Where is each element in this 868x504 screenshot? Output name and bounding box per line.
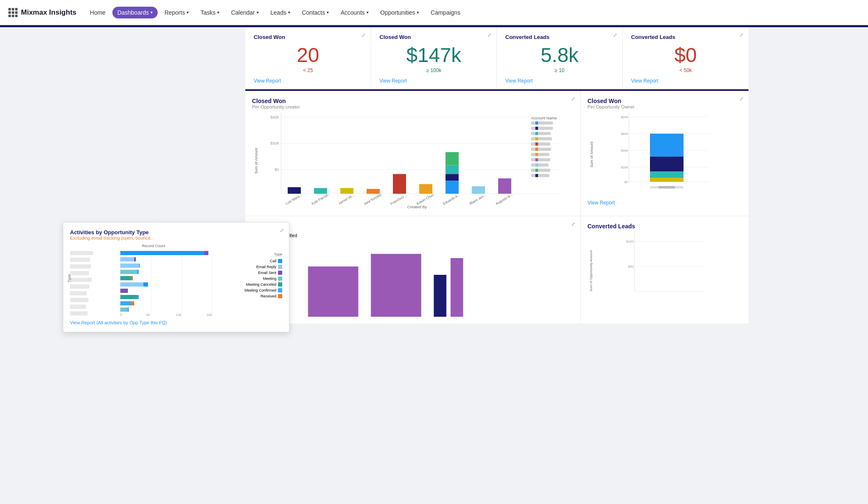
svg-rect-13 (419, 184, 432, 194)
svg-text:Eduardo A...: Eduardo A... (442, 193, 461, 206)
svg-text:0: 0 (120, 313, 122, 317)
activities-svg: 0 6k 12k 18k (96, 250, 237, 317)
expand-icon-1[interactable]: ⤢ (361, 32, 366, 38)
svg-rect-73 (451, 258, 463, 317)
svg-text:$0: $0 (275, 167, 279, 172)
email-reply-dot (278, 265, 282, 269)
meeting-confirmed-label: Meeting Confirmed (244, 288, 276, 292)
record-count-label: Record Count (70, 244, 237, 248)
svg-rect-42 (535, 148, 538, 151)
metrics-row: Closed Won ⤢ 20 < 25 View Report Closed … (245, 27, 748, 91)
nav-calendar[interactable]: Calendar ▾ (226, 7, 264, 18)
svg-text:$40k: $40k (621, 149, 629, 152)
activities-subtitle: Excluding email tracking (open, bounce.. (70, 235, 282, 240)
svg-text:$0: $0 (624, 180, 628, 184)
svg-rect-14 (445, 152, 458, 165)
metric-title-4: Converted Leads (631, 34, 740, 40)
nav-reports[interactable]: Reports ▾ (159, 7, 194, 18)
meeting-canceled-dot (278, 282, 282, 287)
svg-rect-50 (535, 169, 538, 172)
lead-status-title: Lead Status (252, 223, 574, 230)
svg-rect-17 (445, 181, 458, 194)
svg-rect-19 (498, 178, 511, 194)
expand-icon-3[interactable]: ⤢ (613, 32, 617, 38)
svg-text:$30k: $30k (270, 141, 279, 145)
svg-rect-36 (535, 132, 538, 135)
activities-overlay-card: Activities by Opportunity Type Excluding… (63, 222, 289, 332)
metric-subtext-1: < 25 (254, 67, 362, 73)
view-report-closed-won-right[interactable]: View Report (587, 200, 742, 206)
view-report-link-4[interactable]: View Report (631, 78, 658, 84)
converted-leads-chart-area: Sum of Opportunity Amount $100 $50 (587, 233, 742, 308)
svg-rect-92 (137, 270, 139, 274)
expand-icon-activities[interactable]: ⤢ (280, 227, 284, 233)
svg-rect-102 (120, 308, 128, 312)
received-label: Received (260, 294, 276, 298)
nav-accounts[interactable]: Accounts ▾ (335, 7, 374, 18)
y-label-4 (70, 271, 89, 275)
svg-rect-45 (531, 158, 550, 161)
nav-leads[interactable]: Leads ▾ (265, 7, 295, 18)
svg-rect-10 (340, 188, 353, 194)
legend-email-reply: Email Reply (240, 265, 282, 269)
view-report-link-3[interactable]: View Report (505, 78, 533, 84)
y-label-8 (70, 298, 88, 302)
expand-icon-closed-won[interactable]: ⤢ (571, 96, 575, 102)
lead-status-chart-area (252, 241, 574, 317)
svg-rect-33 (531, 127, 553, 129)
chevron-down-icon: ▾ (288, 10, 290, 15)
nav-contacts[interactable]: Contacts ▾ (297, 7, 334, 18)
bottom-row: Lead Status ⤢ New Qualified (245, 216, 748, 323)
expand-icon-4[interactable]: ⤢ (739, 32, 743, 38)
metric-value-4: $0 (631, 44, 740, 67)
metric-closed-won-count: Closed Won ⤢ 20 < 25 View Report (245, 27, 371, 89)
nav-tasks[interactable]: Tasks ▾ (195, 7, 224, 18)
metric-subtext-2: ≥ 100k (379, 67, 488, 73)
expand-icon-closed-won-right[interactable]: ⤢ (739, 96, 743, 102)
metric-converted-leads-count: Converted Leads ⤢ 5.8k ≥ 10 View Report (497, 27, 623, 89)
converted-leads-svg: $100 $50 (594, 233, 742, 308)
svg-text:$100: $100 (626, 240, 634, 243)
closed-won-owner-subtitle: Per Opportunity Owner (587, 104, 742, 109)
expand-icon-lead-status[interactable]: ⤢ (571, 221, 575, 227)
svg-rect-72 (434, 275, 447, 317)
svg-rect-90 (139, 264, 140, 268)
svg-text:$50: $50 (628, 265, 634, 269)
svg-rect-47 (531, 163, 548, 166)
svg-rect-97 (120, 289, 128, 293)
svg-rect-101 (131, 301, 134, 305)
metric-title-3: Converted Leads (505, 34, 614, 40)
svg-text:Luis Marq...: Luis Marq... (285, 193, 303, 205)
svg-text:Jarred Vit...: Jarred Vit... (338, 193, 355, 206)
nav-campaigns[interactable]: Campaigns (426, 7, 465, 18)
activities-title: Activities by Opportunity Type (70, 229, 282, 235)
svg-rect-15 (445, 165, 458, 174)
view-report-link-2[interactable]: View Report (379, 78, 407, 84)
svg-rect-98 (120, 295, 137, 299)
svg-rect-49 (531, 169, 550, 172)
email-sent-label: Email Sent (258, 271, 276, 275)
svg-rect-51 (531, 174, 549, 177)
y-axis-label: Sum of Amount (254, 148, 258, 174)
email-sent-dot (278, 271, 282, 275)
svg-rect-46 (535, 158, 538, 161)
svg-rect-16 (445, 174, 458, 181)
chevron-down-icon: ▾ (187, 10, 189, 15)
meeting-confirmed-dot (278, 288, 282, 292)
activities-legend: Type Call Email Reply Email Sent (240, 244, 282, 317)
metric-value-1: 20 (254, 44, 362, 67)
metric-title-1: Closed Won (254, 34, 362, 40)
svg-text:18k: 18k (207, 313, 213, 317)
nav-opportunities[interactable]: Opportunities ▾ (375, 7, 424, 18)
nav-home[interactable]: Home (85, 7, 110, 18)
svg-rect-12 (393, 174, 406, 194)
legend-meeting-confirmed: Meeting Confirmed (240, 288, 282, 292)
app-title: Mixmax Insights (21, 8, 76, 17)
svg-rect-35 (531, 132, 551, 135)
lead-status-svg (252, 241, 574, 317)
expand-icon-2[interactable]: ⤢ (487, 32, 491, 38)
svg-rect-89 (120, 264, 139, 268)
view-report-link-1[interactable]: View Report (254, 78, 281, 84)
nav-dashboards[interactable]: Dashboards ▾ (112, 7, 158, 18)
activities-view-report-link[interactable]: View Report (All activities by Opp Type … (70, 320, 282, 325)
